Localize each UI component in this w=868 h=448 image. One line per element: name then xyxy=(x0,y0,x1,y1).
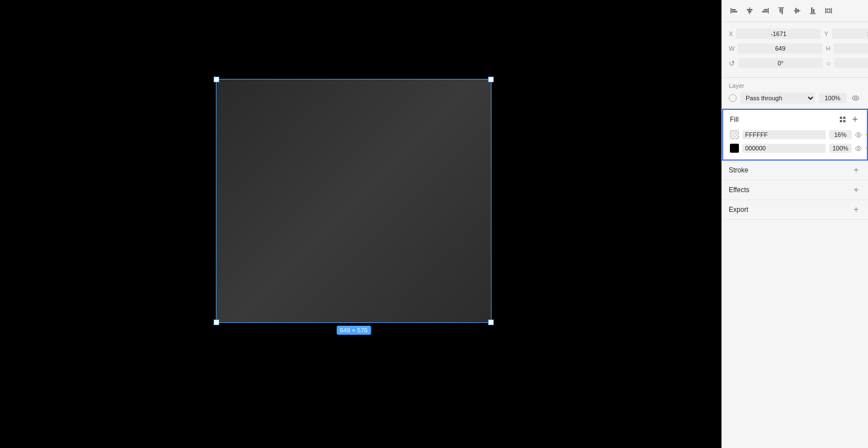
fill-item-2: − xyxy=(730,141,860,155)
rotation-row: ↺ ○ xyxy=(729,58,861,68)
svg-point-26 xyxy=(854,97,857,99)
handle-bottom-right[interactable] xyxy=(488,320,494,325)
svg-rect-4 xyxy=(747,9,752,11)
export-add-button[interactable]: + xyxy=(851,205,861,215)
blend-mode-select[interactable]: Pass through Normal Multiply Screen Over… xyxy=(740,92,815,104)
x-label: X xyxy=(729,30,733,37)
align-bottom-button[interactable] xyxy=(807,5,819,17)
fill-opacity-input-2[interactable] xyxy=(829,144,852,153)
right-panel: X Y W H ↺ ○ xyxy=(721,0,868,448)
svg-rect-27 xyxy=(840,117,842,119)
align-right-button[interactable] xyxy=(759,5,772,17)
rotation-label: ↺ xyxy=(729,59,735,68)
h-label: H xyxy=(826,45,830,52)
align-top-button[interactable] xyxy=(775,5,787,17)
fill-remove-1[interactable]: − xyxy=(865,130,868,140)
svg-rect-30 xyxy=(843,120,845,122)
fill-color-swatch-2[interactable] xyxy=(730,144,739,153)
svg-rect-20 xyxy=(827,9,830,12)
effects-add-button[interactable]: + xyxy=(851,185,861,195)
export-title: Export xyxy=(729,206,749,214)
layer-section: Layer Pass through Normal Multiply Scree… xyxy=(722,78,868,109)
effects-section: Effects + xyxy=(722,180,868,200)
blend-icon xyxy=(729,94,737,102)
svg-rect-16 xyxy=(811,7,813,13)
x-input[interactable] xyxy=(736,29,821,39)
effects-header: Effects + xyxy=(729,185,861,195)
rotation-input[interactable] xyxy=(738,58,823,68)
svg-rect-10 xyxy=(780,8,781,12)
svg-rect-15 xyxy=(810,14,816,15)
stroke-title: Stroke xyxy=(729,166,749,174)
handle-top-left[interactable] xyxy=(214,77,219,82)
svg-rect-28 xyxy=(843,117,845,119)
export-section: Export + xyxy=(722,200,868,220)
svg-rect-6 xyxy=(768,8,769,14)
fill-hex-input-1[interactable] xyxy=(742,130,826,139)
stroke-section: Stroke + xyxy=(722,161,868,180)
align-center-h-button[interactable] xyxy=(743,5,756,17)
svg-rect-3 xyxy=(749,7,750,14)
canvas-area: 649 × 576 xyxy=(0,0,721,448)
align-toolbar xyxy=(722,0,868,22)
y-input[interactable] xyxy=(832,29,868,39)
export-header: Export + xyxy=(729,205,861,215)
svg-rect-11 xyxy=(782,8,783,14)
fill-opacity-input-1[interactable] xyxy=(829,130,852,139)
stroke-add-button[interactable]: + xyxy=(851,165,861,175)
fill-section: Fill + xyxy=(722,109,868,161)
y-label: Y xyxy=(824,30,828,37)
svg-rect-13 xyxy=(795,8,797,14)
svg-rect-18 xyxy=(825,8,826,14)
effects-title: Effects xyxy=(729,186,749,194)
fill-header: Fill + xyxy=(730,114,860,125)
fill-title: Fill xyxy=(730,116,738,123)
layer-opacity-input[interactable] xyxy=(818,93,847,103)
layer-row: Pass through Normal Multiply Screen Over… xyxy=(729,92,861,104)
properties-section: X Y W H ↺ ○ xyxy=(722,22,868,78)
corner-label: ○ xyxy=(826,59,831,68)
layer-visibility-button[interactable] xyxy=(850,92,861,104)
wh-row: W H xyxy=(729,43,861,54)
fill-color-swatch-1[interactable] xyxy=(730,130,739,139)
handle-bottom-left[interactable] xyxy=(214,320,219,325)
selected-element[interactable]: 649 × 576 xyxy=(216,79,491,323)
corner-input[interactable] xyxy=(834,58,868,68)
handle-top-right[interactable] xyxy=(488,77,494,82)
fill-grid-button[interactable] xyxy=(838,114,848,125)
fill-visibility-2[interactable] xyxy=(855,143,862,153)
distribute-button[interactable] xyxy=(822,5,835,17)
svg-rect-0 xyxy=(730,8,732,14)
svg-rect-14 xyxy=(798,9,799,12)
stroke-header: Stroke + xyxy=(729,165,861,175)
svg-rect-2 xyxy=(732,11,737,13)
svg-rect-12 xyxy=(794,10,800,11)
svg-rect-29 xyxy=(840,120,842,122)
svg-point-32 xyxy=(857,147,860,149)
svg-rect-19 xyxy=(831,8,832,14)
fill-item-1: − xyxy=(730,128,860,141)
fill-hex-input-2[interactable] xyxy=(742,144,826,153)
xy-row: X Y xyxy=(729,29,861,39)
svg-point-31 xyxy=(857,134,860,136)
svg-rect-9 xyxy=(778,7,784,8)
h-input[interactable] xyxy=(834,43,868,54)
svg-rect-17 xyxy=(813,9,815,13)
fill-add-button[interactable]: + xyxy=(850,114,860,125)
fill-actions: + xyxy=(838,114,860,125)
svg-rect-7 xyxy=(764,9,768,11)
svg-rect-5 xyxy=(748,11,751,13)
w-input[interactable] xyxy=(738,43,822,54)
svg-rect-1 xyxy=(732,9,736,11)
align-center-v-button[interactable] xyxy=(791,5,803,17)
align-left-button[interactable] xyxy=(728,5,740,17)
layer-label: Layer xyxy=(729,82,861,89)
fill-visibility-1[interactable] xyxy=(855,130,862,140)
dimension-label: 649 × 576 xyxy=(336,326,371,335)
fill-remove-2[interactable]: − xyxy=(865,143,868,153)
w-label: W xyxy=(729,45,734,52)
svg-rect-8 xyxy=(762,11,768,13)
